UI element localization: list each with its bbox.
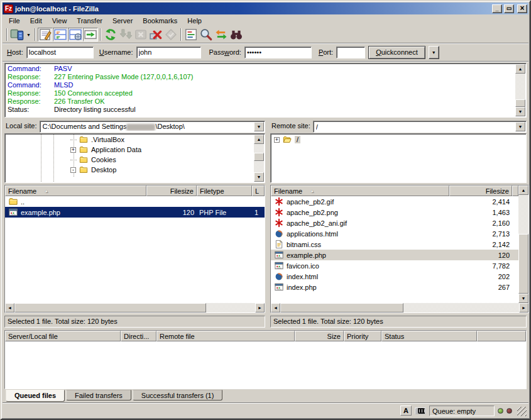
column-header-server-local-file[interactable]: Server/Local file [5, 331, 121, 341]
menu-bookmarks[interactable]: Bookmarks [138, 16, 182, 26]
expand-plus-icon[interactable]: + [274, 137, 280, 143]
column-header-filesize[interactable]: Filesize [146, 185, 197, 196]
scroll-up-icon[interactable]: ▲ [515, 64, 525, 74]
log-scrollbar[interactable]: ▲ ▼ [515, 64, 525, 116]
column-header-priority[interactable]: Priority [344, 331, 381, 341]
file-row[interactable]: applications.html2,713 [271, 228, 518, 239]
tab-successful-transfers[interactable]: Successful transfers (1) [133, 390, 223, 401]
scroll-thumb[interactable] [14, 303, 206, 312]
local-site-dropdown-icon[interactable]: ▼ [254, 122, 264, 131]
pane-splitter[interactable] [265, 185, 270, 313]
collapse-minus-icon[interactable]: - [70, 167, 76, 173]
menu-transfer[interactable]: Transfer [72, 16, 107, 26]
menu-help[interactable]: Help [182, 16, 207, 26]
scroll-track[interactable] [515, 74, 525, 99]
port-input[interactable] [336, 47, 365, 58]
local-tree-scrollbar[interactable]: ▲ ▼ [254, 135, 264, 182]
maximize-button[interactable]: ▭ [504, 4, 514, 13]
directory-comparison-button[interactable] [199, 28, 214, 41]
expand-plus-icon[interactable]: + [70, 147, 76, 153]
minimize-button[interactable]: _ [492, 4, 502, 13]
quickconnect-button[interactable]: Quickconnect [368, 46, 425, 59]
site-manager-dropdown[interactable]: ▼ [25, 28, 33, 41]
resize-grip[interactable] [517, 407, 527, 416]
file-row[interactable]: apache_pb2_ani.gif2,160 [271, 218, 518, 228]
menu-file[interactable]: File [4, 16, 25, 26]
pane-splitter[interactable] [265, 121, 270, 133]
scroll-track[interactable] [254, 161, 264, 172]
site-manager-button[interactable] [9, 28, 25, 41]
scroll-up-icon[interactable]: ▲ [518, 185, 528, 195]
column-header-filename[interactable]: Filename▲ [5, 185, 146, 196]
remote-vscrollbar[interactable]: ▲ ▼ [518, 185, 528, 303]
directory-filter-button[interactable] [183, 28, 199, 41]
file-row[interactable]: index.php267 [271, 282, 518, 292]
ascii-datatype-icon[interactable]: A [400, 406, 412, 416]
file-row-selected[interactable]: example.php 120 PHP File 1 [5, 207, 265, 218]
remote-site-combo[interactable]: / ▼ [313, 121, 527, 133]
process-queue-button[interactable] [118, 28, 133, 41]
column-header-filename[interactable]: Filename▲ [271, 185, 449, 196]
toggle-local-tree-button[interactable] [53, 28, 68, 41]
column-header-lastmodified[interactable]: L [252, 185, 265, 196]
cancel-operation-button[interactable] [133, 28, 148, 41]
column-header-status[interactable]: Status [381, 331, 477, 341]
remote-tree-item[interactable]: + / [271, 135, 515, 145]
host-input[interactable] [26, 47, 94, 58]
local-site-combo[interactable]: C:\Documents and Settings\Desktop\ ▼ [40, 121, 265, 133]
scroll-thumb[interactable] [254, 153, 264, 161]
pane-splitter[interactable] [265, 316, 270, 328]
synchronized-browsing-button[interactable] [214, 28, 229, 41]
scroll-track[interactable] [403, 303, 519, 312]
file-row[interactable]: apache_pb2.gif2,414 [271, 196, 518, 207]
column-header-size[interactable]: Size [295, 331, 344, 341]
tab-failed-transfers[interactable]: Failed transfers [66, 390, 131, 401]
column-header-remote-file[interactable]: Remote file [156, 331, 295, 341]
scroll-track[interactable] [518, 195, 528, 234]
scroll-down-icon[interactable]: ▼ [515, 107, 525, 116]
scroll-up-icon[interactable]: ▲ [254, 135, 264, 144]
local-tree-item[interactable]: +Application Data [5, 145, 254, 155]
toggle-message-log-button[interactable] [38, 28, 53, 41]
scroll-thumb[interactable] [518, 234, 528, 294]
scroll-track[interactable] [254, 144, 264, 153]
speed-limit-icon[interactable] [415, 407, 426, 414]
tab-queued-files[interactable]: Queued files [6, 390, 65, 402]
title-bar[interactable]: Fz john@localhost - FileZilla _ ▭ × [3, 3, 528, 14]
scroll-thumb[interactable] [515, 99, 525, 107]
reconnect-button[interactable] [163, 28, 178, 41]
local-hscrollbar[interactable]: ◄ ► [5, 303, 265, 312]
file-row[interactable]: favicon.ico7,782 [271, 260, 518, 271]
menu-view[interactable]: View [47, 16, 72, 26]
scroll-down-icon[interactable]: ▼ [254, 172, 264, 182]
column-header-direction[interactable]: Directi... [121, 331, 156, 341]
file-row[interactable]: .. [5, 196, 265, 207]
file-row[interactable]: index.html202 [271, 271, 518, 282]
file-row[interactable]: bitnami.css2,142 [271, 239, 518, 250]
refresh-button[interactable] [103, 28, 118, 41]
scroll-thumb[interactable] [280, 303, 403, 312]
remote-hscrollbar[interactable]: ◄ ► [271, 303, 528, 312]
file-row-selected-inactive[interactable]: example.php120 [271, 250, 518, 260]
column-header-filetype[interactable]: Filetype [197, 185, 252, 196]
local-tree-item[interactable]: .VirtualBox [5, 135, 254, 145]
quickconnect-dropdown[interactable]: ▼ [429, 46, 439, 59]
toggle-transfer-queue-button[interactable] [83, 28, 98, 41]
scroll-right-icon[interactable]: ► [255, 303, 265, 312]
menu-edit[interactable]: Edit [25, 16, 47, 26]
close-button[interactable]: × [517, 4, 527, 13]
username-input[interactable] [136, 47, 201, 58]
toggle-remote-tree-button[interactable] [68, 28, 83, 41]
local-tree-item[interactable]: -Desktop [5, 165, 254, 175]
local-tree-item[interactable]: Cookies [5, 155, 254, 165]
scroll-down-icon[interactable]: ▼ [518, 294, 528, 303]
scroll-left-icon[interactable]: ◄ [5, 303, 14, 312]
find-files-button[interactable] [229, 28, 244, 41]
scroll-track[interactable] [206, 303, 255, 312]
scroll-right-icon[interactable]: ► [519, 303, 528, 312]
scroll-left-icon[interactable]: ◄ [271, 303, 280, 312]
disconnect-button[interactable] [148, 28, 163, 41]
column-header-filesize[interactable]: Filesize [449, 185, 512, 196]
pane-splitter[interactable] [265, 133, 270, 183]
menu-server[interactable]: Server [107, 16, 138, 26]
